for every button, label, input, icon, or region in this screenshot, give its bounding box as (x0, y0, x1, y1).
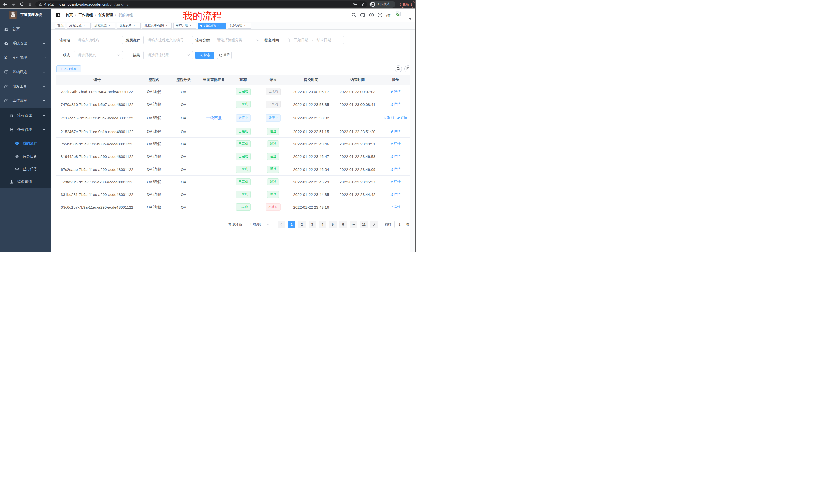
svg-text:?: ? (371, 13, 372, 17)
